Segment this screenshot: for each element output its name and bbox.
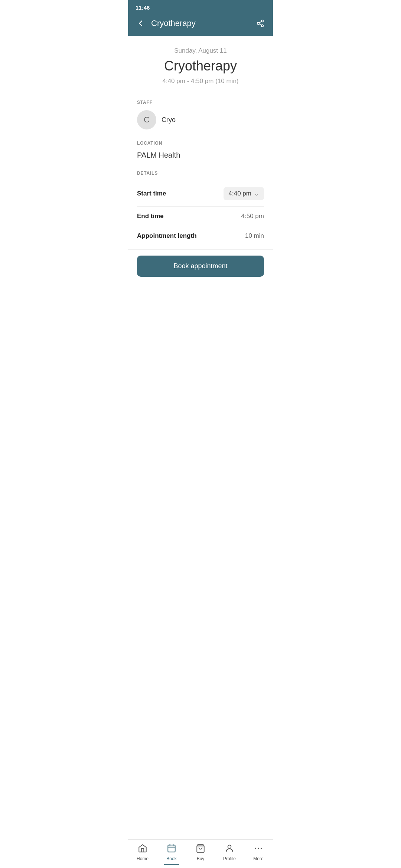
share-button[interactable]: [254, 17, 267, 30]
end-time-value: 4:50 pm: [241, 213, 264, 220]
staff-name: Cryo: [162, 116, 176, 124]
event-date: Sunday, August 11: [137, 47, 264, 55]
start-time-label: Start time: [137, 190, 166, 197]
svg-line-4: [259, 22, 261, 23]
appointment-length-value: 10 min: [245, 232, 264, 240]
details-section: DETAILS Start time 4:40 pm ⌄ End time 4:…: [128, 163, 273, 249]
book-button-container: Book appointment: [128, 249, 273, 283]
staff-section: STAFF C Cryo: [128, 92, 273, 133]
book-appointment-button[interactable]: Book appointment: [137, 256, 264, 277]
main-content: Sunday, August 11 Cryotherapy 4:40 pm - …: [128, 36, 273, 313]
event-time-range: 4:40 pm - 4:50 pm (10 min): [137, 78, 264, 85]
details-section-label: DETAILS: [137, 171, 264, 176]
staff-avatar-letter: C: [144, 115, 150, 125]
header-title: Cryotherapy: [151, 19, 196, 28]
start-time-row: Start time 4:40 pm ⌄: [137, 181, 264, 207]
event-header: Sunday, August 11 Cryotherapy 4:40 pm - …: [128, 36, 273, 92]
staff-avatar: C: [137, 110, 156, 129]
location-section: LOCATION PALM Health: [128, 133, 273, 163]
location-name: PALM Health: [137, 151, 264, 160]
staff-item: C Cryo: [137, 110, 264, 129]
svg-point-1: [257, 22, 260, 24]
end-time-row: End time 4:50 pm: [137, 207, 264, 226]
header-left: Cryotherapy: [134, 17, 196, 30]
svg-line-3: [259, 24, 261, 25]
location-section-label: LOCATION: [137, 141, 264, 146]
end-time-label: End time: [137, 213, 164, 220]
event-title: Cryotherapy: [137, 58, 264, 74]
svg-point-0: [261, 20, 264, 22]
appointment-length-label: Appointment length: [137, 232, 197, 240]
start-time-value: 4:40 pm: [229, 190, 251, 197]
appointment-length-row: Appointment length 10 min: [137, 226, 264, 246]
status-time: 11:46: [136, 4, 150, 11]
start-time-dropdown[interactable]: 4:40 pm ⌄: [224, 187, 264, 200]
status-bar: 11:46: [128, 0, 273, 14]
chevron-down-icon: ⌄: [254, 191, 259, 197]
svg-point-2: [261, 25, 264, 27]
app-header: Cryotherapy: [128, 14, 273, 36]
back-button[interactable]: [134, 17, 147, 30]
staff-section-label: STAFF: [137, 100, 264, 105]
